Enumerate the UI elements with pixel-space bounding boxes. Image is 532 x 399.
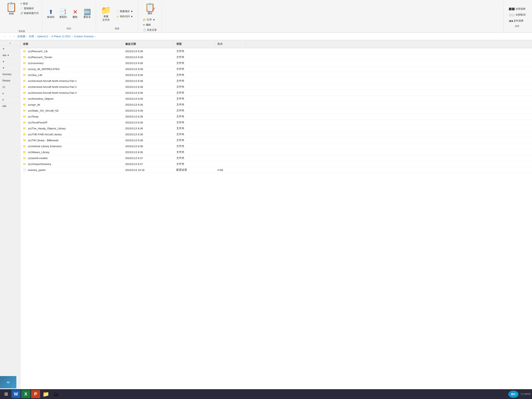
column-name[interactable]: 名称 xyxy=(20,41,123,47)
delete-button[interactable]: ✕ 删除 xyxy=(70,8,80,20)
invert-select-button[interactable]: ◑◑ 反向选择 xyxy=(507,19,527,23)
breadcrumb-custom-scenery[interactable]: Custom Scenery xyxy=(74,35,94,38)
paste-shortcut-button[interactable]: 🔗 粘贴快捷方式 xyxy=(19,11,39,15)
table-row[interactable]: 📁zzzServiced Aircraft North America Part… xyxy=(20,90,532,96)
breadcrumb-docs[interactable]: 文档 xyxy=(29,35,34,38)
copy-path-button[interactable]: 📄 复制路径 xyxy=(19,6,39,11)
file-size-cell xyxy=(215,116,246,117)
file-modified-cell: 2023/1/13 8:37 xyxy=(123,161,174,167)
table-row[interactable]: 📁zzzServiced Aircraft North America Part… xyxy=(20,84,532,90)
table-row[interactable]: 📁zzzThe_Handy_Objects_Library2023/1/13 8… xyxy=(20,125,532,131)
sidebar-item-e1[interactable]: e xyxy=(0,90,20,97)
table-row[interactable]: 📁zzzTM Library - Billboards2023/1/13 8:3… xyxy=(20,137,532,143)
folder-icon: 📁 xyxy=(23,85,26,88)
table-row[interactable]: 📁zzzTemp2023/1/13 8:36文件夹 xyxy=(20,114,532,120)
table-row[interactable]: 📁zzzTHE-FAIB Aircraft Library2023/1/13 8… xyxy=(20,131,532,137)
file-modified-cell: 2023/1/13 8:36 xyxy=(123,108,174,113)
sidebar-item-research[interactable]: Resear xyxy=(0,77,20,84)
file-icon: 📄 xyxy=(23,168,26,172)
file-name-cell: 📁zzzXAirportScenery xyxy=(20,161,123,167)
new-item-button[interactable]: 📄 新建项目 ▼ xyxy=(114,9,135,13)
table-row[interactable]: 📁zzzworld-models2023/1/13 8:37文件夹 xyxy=(20,155,532,161)
file-modified-cell: 2023/1/13 10:18 xyxy=(123,167,174,173)
folder-icon: 📁 xyxy=(23,62,26,65)
easy-access-button[interactable]: ⚡ 轻松访问 ▼ xyxy=(114,14,135,19)
folder-icon: 📁 xyxy=(23,56,26,59)
folder2-button[interactable]: 🗂 xyxy=(51,390,61,398)
folder-button[interactable]: 📁 xyxy=(41,390,51,398)
properties-button[interactable]: 📋 ✓ 属性 xyxy=(143,2,157,16)
file-list-container[interactable]: 名称 修改日期 类型 大小 📁zzzRescueX_Lib2023/1/13 8… xyxy=(20,40,532,389)
sidebar-item-e2[interactable]: e xyxy=(0,97,20,103)
start-button[interactable]: ⊞ xyxy=(2,390,11,398)
taskbar-right: 航行 飞行者联盟 xyxy=(508,391,530,398)
up-button[interactable]: ↑ xyxy=(13,35,15,38)
paste-button[interactable]: 📋 粘贴 xyxy=(4,2,19,16)
select-label: 选择 xyxy=(507,25,527,28)
forward-button[interactable]: → xyxy=(8,35,11,38)
table-row[interactable]: 📁zzzRescueX_Terrain2023/1/13 8:36文件夹 xyxy=(20,54,532,60)
sidebar-item-2[interactable]: ads ✦ xyxy=(0,52,20,58)
sidebar-item-11[interactable]: 11 xyxy=(0,84,20,90)
rename-button[interactable]: 🔤 重命名 xyxy=(82,8,93,20)
cut-button[interactable]: ✂ 剪切 xyxy=(19,2,39,6)
file-type-cell: 文件夹 xyxy=(174,66,215,72)
file-rows: 📁zzzRescueX_Lib2023/1/13 8:36文件夹📁zzzResc… xyxy=(20,48,532,173)
table-row[interactable]: 📁zzzXAirportScenery2023/1/13 8:37文件夹 xyxy=(20,161,532,167)
file-type-cell: 文件夹 xyxy=(174,125,215,131)
table-row[interactable]: 📁zzzSea_Life2023/1/13 8:36文件夹 xyxy=(20,72,532,78)
sidebar-item-scenery[interactable]: Scenery xyxy=(0,71,20,77)
sidebar-scroll-btn[interactable]: ▲ xyxy=(0,40,20,46)
sidebar-item-3[interactable]: ✦ xyxy=(0,58,20,65)
open-button[interactable]: 📂 打开 ▼ xyxy=(141,18,158,22)
table-row[interactable]: 📁zzzTerraFloraXP2023/1/13 8:36文件夹 xyxy=(20,120,532,125)
select-none-button[interactable]: ⬜⬜ 全部取消 xyxy=(507,13,527,17)
table-row[interactable]: 📁zzzServiced Aircraft North America Part… xyxy=(20,78,532,84)
sidebar-item-4[interactable]: ✦ xyxy=(0,65,20,71)
edit-button[interactable]: ✏ 编辑 xyxy=(141,23,158,27)
column-type[interactable]: 类型 xyxy=(174,41,215,47)
file-modified-cell: 2023/1/13 8:37 xyxy=(123,156,174,161)
sidebar-item-1[interactable]: ✦ xyxy=(0,46,20,52)
table-row[interactable]: 📁zzzVehicle Library Extension2023/1/13 8… xyxy=(20,143,532,149)
table-row[interactable]: 📁zzzRescueX_Lib2023/1/13 8:36文件夹 xyxy=(20,48,532,54)
excel-button[interactable]: X xyxy=(21,390,30,398)
paste-label: 粘贴 xyxy=(9,12,14,15)
move-to-icon: ⬆ xyxy=(49,9,53,15)
column-size[interactable]: 大小 xyxy=(215,41,246,47)
file-type-cell: 文件夹 xyxy=(174,96,215,102)
table-row[interactable]: 📁zzzShoreline_Objects2023/1/13 8:36文件夹 xyxy=(20,96,532,102)
file-modified-cell: 2023/1/13 8:36 xyxy=(123,61,174,66)
select-all-button[interactable]: ⬛⬛ 全部选择 xyxy=(507,7,527,11)
main-area: ▲ ✦ ads ✦ ✦ ✦ Scenery Resear 11 e e ads … xyxy=(0,40,532,389)
move-to-button[interactable]: ⬆ 移动到 xyxy=(45,8,56,20)
file-size-cell xyxy=(215,98,246,100)
copy-to-button[interactable]: 📑 复制到 xyxy=(58,8,68,20)
table-row[interactable]: 📄scenery_packs2023/1/13 10:18配置设置4 KB xyxy=(20,167,532,173)
file-name-text: zzzRescueX_Terrain xyxy=(28,56,52,59)
folder-icon: 📁 xyxy=(23,103,26,106)
column-modified[interactable]: 修改日期 xyxy=(123,41,174,47)
file-name-cell: 📁zzzruscenery xyxy=(20,61,123,66)
back-button[interactable]: ← xyxy=(3,35,6,38)
file-name-text: zzzSea_Life xyxy=(28,73,42,77)
watermark-text: 飞行者联盟 xyxy=(520,393,530,396)
new-folder-button[interactable]: 📁 新建 文件夹 xyxy=(99,5,113,23)
table-row[interactable]: 📁zzzStatic_GA_Aircraft_NZ2023/1/13 8:36文… xyxy=(20,108,532,114)
file-size-cell xyxy=(215,133,246,135)
word-icon: W xyxy=(14,392,18,397)
word-button[interactable]: W xyxy=(12,390,20,398)
table-row[interactable]: 📁zzzspc_lib2023/1/13 8:36文件夹 xyxy=(20,102,532,108)
table-row[interactable]: 📁zzzWaves_Library2023/1/13 8:36文件夹 xyxy=(20,149,532,155)
sidebar-item-ads2[interactable]: ads xyxy=(0,103,20,109)
ppt-button[interactable]: P xyxy=(31,390,40,398)
breadcrumb-xplane-version[interactable]: X-Plane 11.55r2 xyxy=(51,35,71,38)
table-row[interactable]: 📁zzzruscenery2023/1/13 8:36文件夹 xyxy=(20,60,532,66)
history-button[interactable]: 🕐 历史记录 xyxy=(141,28,158,32)
breadcrumb-xplane11[interactable]: xplane11 xyxy=(37,35,48,38)
file-type-cell: 文件夹 xyxy=(174,72,215,78)
delete-label: 删除 xyxy=(73,15,77,19)
file-type-cell: 文件夹 xyxy=(174,78,215,84)
table-row[interactable]: 📁zzzscp_lib_DEPRECATED2023/1/13 8:36文件夹 xyxy=(20,66,532,72)
breadcrumb-pc[interactable]: 此电脑 xyxy=(17,35,25,38)
